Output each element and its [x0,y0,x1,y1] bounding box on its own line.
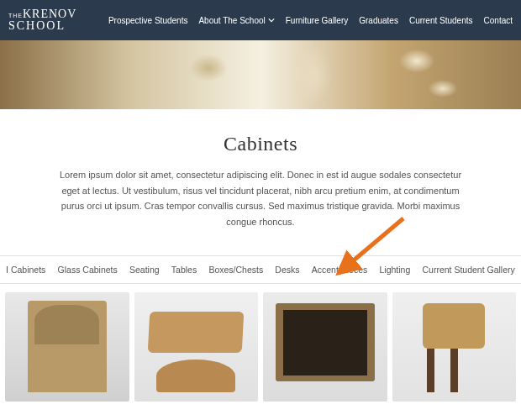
nav-graduates[interactable]: Graduates [359,16,398,25]
gallery-thumb[interactable] [134,292,259,402]
cat-glass-cabinets[interactable]: Glass Cabinets [55,265,121,275]
logo-name-bottom: SCHOOL [8,20,76,32]
cat-current-student-gallery[interactable]: Current Student Gallery [418,265,518,275]
logo-prefix: THE [8,13,23,18]
gallery-thumb[interactable] [263,292,387,402]
cat-seating[interactable]: Seating [126,265,163,275]
cat-lighting[interactable]: Lighting [376,265,414,275]
gallery-grid [0,284,521,402]
cat-cabinets[interactable]: I Cabinets [3,265,49,275]
cat-boxes-chests[interactable]: Boxes/Chests [205,265,266,275]
nav-about-school[interactable]: About The School [198,16,274,25]
nav-prospective-students[interactable]: Prospective Students [108,16,188,25]
gallery-thumb[interactable] [5,292,129,402]
cat-tables[interactable]: Tables [168,265,200,275]
logo-name-top: KRENOV [23,8,76,20]
category-nav: I Cabinets Glass Cabinets Seating Tables… [0,255,521,284]
logo[interactable]: THEKRENOV SCHOOL [8,8,76,32]
page-title: Cabinets [0,133,521,155]
nav-furniture-gallery[interactable]: Furniture Gallery [286,16,348,25]
gallery-thumb[interactable] [392,292,517,402]
page-description: Lorem ipsum dolor sit amet, consectetur … [59,167,462,230]
nav-contact[interactable]: Contact [484,16,513,25]
nav-current-students[interactable]: Current Students [409,16,473,25]
hero-image [0,40,521,109]
chevron-down-icon [268,16,275,25]
cat-desks[interactable]: Desks [271,265,303,275]
cat-accent-pieces[interactable]: Accent Pieces [308,265,371,275]
nav-links: Prospective Students About The School Fu… [108,16,513,25]
title-section: Cabinets [0,109,521,167]
top-nav: THEKRENOV SCHOOL Prospective Students Ab… [0,0,521,40]
description-section: Lorem ipsum dolor sit amet, consectetur … [0,167,521,255]
